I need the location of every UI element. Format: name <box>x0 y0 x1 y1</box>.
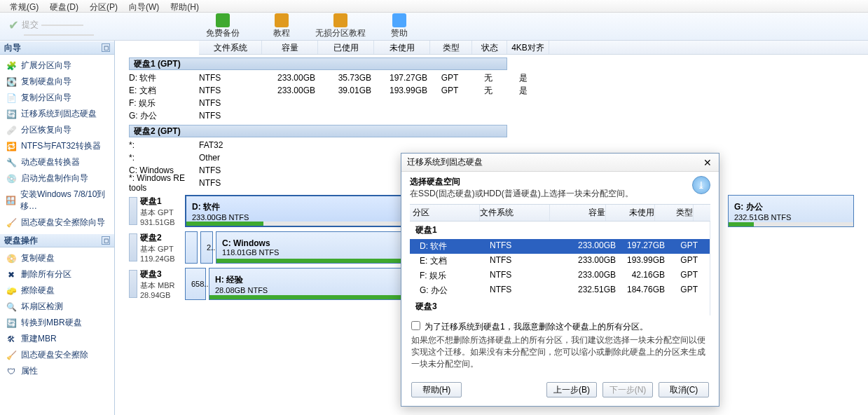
delete-confirm-checkbox[interactable] <box>411 321 420 330</box>
sidebar-item[interactable]: 💽复制硬盘向导 <box>0 74 114 90</box>
dialog-hint: 如果您不想删除所选择硬盘上的所有分区，我们建议您选择一块未分配空间以便实现这个迁… <box>401 334 719 376</box>
disk-info[interactable]: 硬盘1基本 GPT931.51GB <box>140 196 182 226</box>
partition-row[interactable]: E: 文档NTFS233.00GB39.01GB193.99GBGPT无是 <box>129 84 868 97</box>
sidebar-label: 扩展分区向导 <box>21 60 71 72</box>
toolbar-button[interactable]: 无损分区教程 <box>312 13 368 39</box>
sidebar-label: 启动光盘制作向导 <box>21 172 88 184</box>
menu-item[interactable]: 分区(P) <box>84 0 123 12</box>
sidebar-item[interactable]: 🔧动态硬盘转换器 <box>0 154 114 170</box>
sidebar-item[interactable]: 🔍坏扇区检测 <box>0 299 114 315</box>
dialog-title: 迁移系统到固态硬盘 <box>407 156 483 168</box>
sidebar-icon: 🧽 <box>6 285 17 297</box>
sidebar-item[interactable]: 🛠重建MBR <box>0 331 114 347</box>
partition-box[interactable]: 2.. <box>200 231 213 264</box>
wizard-panel-header[interactable]: 向导 ◻ <box>0 41 114 55</box>
dialog-group-header: 硬盘1 <box>410 222 710 239</box>
sidebar-item[interactable]: 🩹分区恢复向导 <box>0 122 114 138</box>
sidebar-item[interactable]: 🧽擦除硬盘 <box>0 283 114 299</box>
dialog-sub: 在SSD(固态硬盘)或HDD(普通硬盘)上选择一块未分配空间。 <box>410 188 710 200</box>
sidebar-item[interactable]: 🧹固态硬盘安全擦除向导 <box>0 215 114 231</box>
sidebar-icon: 🪟 <box>6 195 16 206</box>
dialog-partition-row[interactable]: G: 办公NTFS232.51GB184.76GBGPT <box>410 283 710 298</box>
sidebar-icon: ✖ <box>6 269 17 280</box>
sidebar-item[interactable]: 📀复制硬盘 <box>0 250 114 266</box>
menu-item[interactable]: 常规(G) <box>4 0 44 12</box>
cancel-button[interactable]: 取消(C) <box>659 382 709 397</box>
sidebar-label: 复制硬盘 <box>21 252 55 264</box>
sidebar-label: NTFS与FAT32转换器 <box>21 140 101 152</box>
collapse-icon[interactable]: ◻ <box>102 43 110 52</box>
dialog-titlebar: 迁移系统到固态硬盘 ✕ <box>401 154 719 172</box>
toolbar-button[interactable]: 赞助 <box>371 13 427 39</box>
commit-label: 提交 <box>22 19 39 31</box>
partition-box[interactable] <box>185 231 198 264</box>
sidebar-label: 擦除硬盘 <box>21 285 55 297</box>
partition-row[interactable]: F: 娱乐NTFS <box>129 97 868 109</box>
disk-icon: ⤓ <box>692 176 710 194</box>
menu-item[interactable]: 向导(W) <box>123 0 165 12</box>
disk-title[interactable]: 硬盘2 (GPT) <box>129 125 507 137</box>
toolbar-button[interactable]: 免费备份 <box>195 13 251 39</box>
sidebar-item[interactable]: 🪟安装Windows 7/8/10到移… <box>0 186 114 215</box>
left-sidebar: 向导 ◻ 🧩扩展分区向导💽复制硬盘向导📄复制分区向导🔄迁移系统到固态硬盘🩹分区恢… <box>0 41 115 415</box>
sidebar-label: 删除所有分区 <box>21 268 71 280</box>
disk-led-icon <box>129 270 137 298</box>
partition-row[interactable]: G: 办公NTFS <box>129 109 868 122</box>
help-button[interactable]: 帮助(H) <box>411 382 462 397</box>
sidebar-icon: 🩹 <box>6 125 17 136</box>
ops-panel-header[interactable]: 硬盘操作 ◻ <box>0 233 114 247</box>
wizard-title: 向导 <box>4 42 21 54</box>
menu-item[interactable]: 硬盘(D) <box>44 0 84 12</box>
partition-row[interactable]: *:FAT32 <box>129 139 868 151</box>
dialog-partition-row[interactable]: D: 软件NTFS233.00GB197.27GBGPT <box>410 239 710 254</box>
col-align: 4KB对齐 <box>507 41 549 54</box>
sidebar-icon: 📄 <box>6 93 17 104</box>
disk-led-icon <box>129 197 137 225</box>
next-button: 下一步(N) <box>602 382 653 397</box>
disk-info[interactable]: 硬盘2基本 GPT119.24GB <box>140 232 182 263</box>
sidebar-label: 属性 <box>21 365 38 377</box>
back-button[interactable]: 上一步(B) <box>546 382 597 397</box>
toolbar-icon <box>275 13 289 27</box>
toolbar-button[interactable]: 教程 <box>254 13 310 39</box>
close-icon[interactable]: ✕ <box>702 157 713 168</box>
partition-box[interactable]: G: 办公232.51GB NTFS <box>728 195 854 227</box>
sidebar-label: 迁移系统到固态硬盘 <box>21 108 97 120</box>
sidebar-item[interactable]: ✖删除所有分区 <box>0 266 114 283</box>
sidebar-item[interactable]: 🛡属性 <box>0 363 114 379</box>
disk-info[interactable]: 硬盘3基本 MBR28.94GB <box>140 268 182 299</box>
toolbar-label: 赞助 <box>391 27 408 39</box>
sidebar-label: 重建MBR <box>21 333 57 345</box>
disk-led-icon <box>129 233 137 261</box>
sidebar-icon: 🛡 <box>6 366 17 377</box>
dialog-partition-row[interactable]: E: 文档NTFS233.00GB193.99GBGPT <box>410 254 710 268</box>
sidebar-item[interactable]: 🧹固态硬盘安全擦除 <box>0 347 114 363</box>
sidebar-icon: 💽 <box>6 76 17 88</box>
sidebar-icon: 🛠 <box>6 334 17 345</box>
sidebar-item[interactable]: 📄复制分区向导 <box>0 90 114 106</box>
check-icon: ✔ <box>8 18 19 33</box>
sidebar-item[interactable]: 🧩扩展分区向导 <box>0 57 114 74</box>
sidebar-label: 分区恢复向导 <box>21 124 71 136</box>
sidebar-icon: 🧹 <box>6 350 17 361</box>
sidebar-label: 固态硬盘安全擦除向导 <box>21 217 105 229</box>
toolbar-label: 免费备份 <box>206 27 240 39</box>
sidebar-item[interactable]: 🔄迁移系统到固态硬盘 <box>0 106 114 122</box>
dialog-partition-row[interactable]: F: 娱乐NTFS233.00GB42.16GBGPT <box>410 268 710 283</box>
sidebar-item[interactable]: 🔁NTFS与FAT32转换器 <box>0 138 114 154</box>
checkbox-label: 为了迁移系统到硬盘1，我愿意删除这个硬盘上的所有分区。 <box>425 321 648 333</box>
collapse-icon[interactable]: ◻ <box>102 236 110 245</box>
dialog-list[interactable]: 硬盘1D: 软件NTFS233.00GB197.27GBGPTE: 文档NTFS… <box>410 222 710 315</box>
disk-title[interactable]: 硬盘1 (GPT) <box>129 57 507 70</box>
dialog-checkbox-row[interactable]: 为了迁移系统到硬盘1，我愿意删除这个硬盘上的所有分区。 <box>401 315 719 334</box>
sidebar-item[interactable]: 🔄转换到MBR硬盘 <box>0 315 114 331</box>
dialog-heading: 选择硬盘空间 <box>410 176 710 188</box>
toolbar-label: 无损分区教程 <box>315 27 366 39</box>
toolbar-icon <box>392 13 406 27</box>
sidebar-item[interactable]: 💿启动光盘制作向导 <box>0 170 114 186</box>
toolbar-label: 教程 <box>273 27 290 39</box>
partition-box[interactable]: 658... <box>185 268 206 300</box>
partition-row[interactable]: D: 软件NTFS233.00GB35.73GB197.27GBGPT无是 <box>129 72 868 84</box>
menu-item[interactable]: 帮助(H) <box>165 0 205 12</box>
ops-title: 硬盘操作 <box>4 235 38 247</box>
